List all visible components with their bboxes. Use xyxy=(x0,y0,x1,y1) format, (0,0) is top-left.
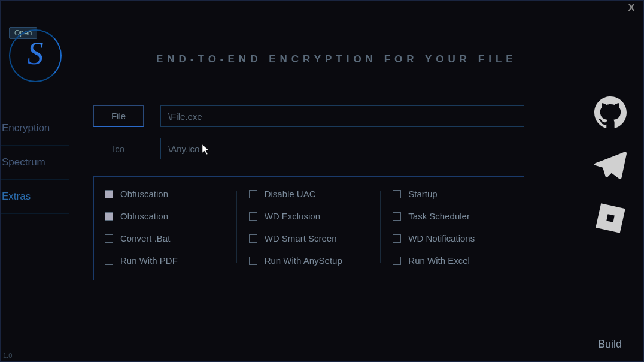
main-panel: File Ico Obfuscation Obfuscation Convert… xyxy=(93,105,524,280)
close-button[interactable]: X xyxy=(624,2,639,14)
checkbox-icon[interactable] xyxy=(393,190,401,198)
checkbox-icon[interactable] xyxy=(105,257,113,265)
roblox-icon[interactable] xyxy=(594,202,627,234)
sidebar-item-extras[interactable]: Extras xyxy=(1,180,69,214)
titlebar: X xyxy=(1,1,643,15)
option-wd-notifications[interactable]: WD Notifications xyxy=(393,233,513,243)
options-column-2: Disable UAC WD Exclusion WD Smart Screen… xyxy=(249,189,369,266)
sidebar-item-encryption[interactable]: Encryption xyxy=(1,111,69,146)
ico-label: Ico xyxy=(93,144,144,154)
options-column-1: Obfuscation Obfuscation Convert .Bat Run… xyxy=(105,189,225,266)
option-label: Convert .Bat xyxy=(120,233,170,243)
github-icon[interactable] xyxy=(594,96,627,129)
option-label: Run With AnySetup xyxy=(265,255,342,266)
file-row: File xyxy=(93,105,524,127)
option-run-with-excel[interactable]: Run With Excel xyxy=(393,255,513,266)
option-label: WD Exclusion xyxy=(265,211,320,221)
ico-path-input[interactable] xyxy=(160,138,524,159)
page-title: END-TO-END ENCRYPTION FOR YOUR FILE xyxy=(156,53,517,65)
checkbox-icon[interactable] xyxy=(105,212,113,221)
option-label: Obfuscation xyxy=(120,211,168,221)
option-run-with-pdf[interactable]: Run With PDF xyxy=(105,255,225,266)
option-run-with-anysetup[interactable]: Run With AnySetup xyxy=(249,255,369,266)
checkbox-icon[interactable] xyxy=(105,234,113,243)
logo-s-icon: S xyxy=(28,35,44,72)
option-wd-exclusion[interactable]: WD Exclusion xyxy=(249,211,369,221)
option-label: Obfuscation xyxy=(120,189,168,199)
checkbox-icon[interactable] xyxy=(105,190,113,198)
sidebar: Encryption Spectrum Extras xyxy=(1,111,69,214)
version-label: 1.0 xyxy=(3,352,12,359)
options-column-3: Startup Task Scheduler WD Notifications … xyxy=(393,189,513,266)
option-label: WD Smart Screen xyxy=(265,233,337,243)
options-box: Obfuscation Obfuscation Convert .Bat Run… xyxy=(93,176,524,280)
option-task-scheduler[interactable]: Task Scheduler xyxy=(393,211,513,221)
social-icons xyxy=(594,96,627,234)
checkbox-icon[interactable] xyxy=(393,234,401,243)
checkbox-icon[interactable] xyxy=(249,234,257,243)
option-label: Task Scheduler xyxy=(408,211,470,221)
option-obfuscation-2[interactable]: Obfuscation xyxy=(105,211,225,221)
option-wd-smart-screen[interactable]: WD Smart Screen xyxy=(249,233,369,243)
option-obfuscation-1[interactable]: Obfuscation xyxy=(105,189,225,199)
option-startup[interactable]: Startup xyxy=(393,189,513,199)
option-label: Startup xyxy=(408,189,437,199)
checkbox-icon[interactable] xyxy=(249,212,257,221)
option-label: Run With Excel xyxy=(408,255,470,266)
telegram-icon[interactable] xyxy=(594,149,627,182)
file-path-input[interactable] xyxy=(160,105,524,127)
sidebar-item-spectrum[interactable]: Spectrum xyxy=(1,146,69,180)
checkbox-icon[interactable] xyxy=(249,190,257,198)
option-disable-uac[interactable]: Disable UAC xyxy=(249,189,369,199)
app-window: X Open S END-TO-END ENCRYPTION FOR YOUR … xyxy=(0,0,644,362)
checkbox-icon[interactable] xyxy=(393,257,401,265)
file-browse-button[interactable]: File xyxy=(93,105,144,127)
build-button[interactable]: Build xyxy=(593,336,627,353)
option-label: WD Notifications xyxy=(408,233,475,243)
checkbox-icon[interactable] xyxy=(393,212,401,221)
checkbox-icon[interactable] xyxy=(249,257,257,265)
option-label: Disable UAC xyxy=(265,189,316,199)
option-label: Run With PDF xyxy=(120,255,178,266)
ico-row: Ico xyxy=(93,138,524,159)
option-convert-bat[interactable]: Convert .Bat xyxy=(105,233,225,243)
app-logo: S xyxy=(9,29,64,85)
